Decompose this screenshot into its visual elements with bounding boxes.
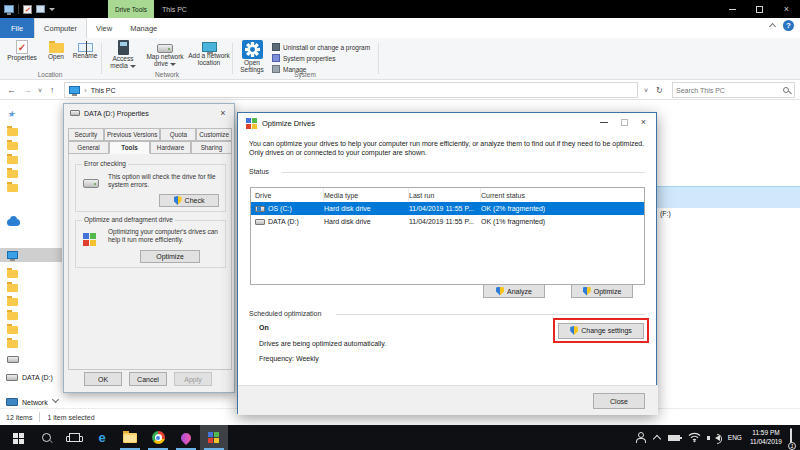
sidebar-item[interactable] [7, 140, 18, 152]
tab-computer[interactable]: Computer [34, 18, 87, 38]
qat-dropdown-icon[interactable] [49, 8, 55, 11]
taskbar-file-explorer[interactable] [116, 425, 144, 450]
open-settings-button[interactable]: Open Settings [236, 40, 268, 74]
show-hidden-icons-chevron[interactable] [653, 435, 661, 443]
tab-sharing[interactable]: Sharing [191, 141, 232, 154]
tab-quota[interactable]: Quota [160, 128, 196, 141]
collapse-chevron-icon[interactable] [52, 396, 59, 403]
sidebar-item[interactable] [7, 282, 18, 294]
tab-customize[interactable]: Customize [196, 128, 232, 141]
search-icon[interactable] [783, 87, 789, 93]
tab-security[interactable]: Security [68, 128, 104, 141]
change-settings-button[interactable]: Change settings [558, 323, 644, 339]
breadcrumb-this-pc[interactable]: This PC [91, 87, 116, 94]
sidebar-item-this-pc[interactable] [7, 249, 18, 261]
table-row-os-c[interactable]: OS (C:) Hard disk drive 11/04/2019 11:55… [251, 202, 644, 215]
column-current-status[interactable]: Current status [481, 188, 644, 202]
tab-view[interactable]: View [87, 18, 121, 38]
close-icon[interactable]: × [216, 106, 230, 120]
sidebar-item[interactable] [7, 338, 18, 350]
tab-previous-versions[interactable]: Previous Versions [104, 128, 161, 141]
taskbar-maps[interactable] [172, 425, 200, 450]
minimize-icon[interactable] [600, 122, 608, 123]
optimize-dialog-titlebar[interactable]: Optimize Drives [238, 113, 656, 133]
address-dropdown-icon[interactable]: ˅ [644, 80, 648, 100]
minimize-button[interactable] [719, 0, 746, 18]
back-icon[interactable]: ← [7, 80, 16, 100]
search-input[interactable] [673, 87, 783, 94]
divider [282, 172, 645, 173]
ribbon-tab-strip: File Computer View Manage [0, 18, 800, 38]
tab-hardware[interactable]: Hardware [150, 141, 191, 154]
file-selection-highlight[interactable] [657, 186, 800, 208]
column-last-run[interactable]: Last run [409, 188, 481, 202]
forward-icon[interactable]: → [23, 80, 32, 100]
rename-button[interactable]: Rename [70, 40, 100, 74]
sidebar-item[interactable] [7, 353, 19, 365]
refresh-icon[interactable]: ↻ [656, 80, 663, 100]
sidebar-item-onedrive[interactable] [7, 216, 20, 228]
ok-button[interactable]: OK [84, 372, 122, 386]
wifi-icon[interactable] [688, 429, 701, 447]
optimize-button[interactable]: Optimize [140, 250, 200, 263]
sidebar-item-data-drive[interactable]: DATA (D:) [6, 371, 53, 383]
sidebar-item-network[interactable]: Network [6, 396, 48, 408]
cancel-button[interactable]: Cancel [129, 372, 167, 386]
help-icon[interactable]: ? [783, 20, 794, 31]
sidebar-item[interactable] [7, 296, 18, 308]
recent-locations-icon[interactable]: ˅ [38, 80, 42, 100]
add-network-location-button[interactable]: Add a network location [188, 40, 230, 74]
language-indicator[interactable]: ENG [728, 434, 742, 441]
maximize-button[interactable] [746, 0, 773, 18]
sidebar-item[interactable] [7, 154, 18, 166]
uac-shield-icon [496, 287, 504, 296]
sidebar-item[interactable] [7, 182, 18, 194]
access-media-button[interactable]: Access media [104, 40, 142, 74]
column-drive[interactable]: Drive [251, 188, 324, 202]
task-view-button[interactable] [60, 425, 88, 450]
action-center-button[interactable]: 1 [790, 429, 792, 447]
people-icon[interactable] [635, 432, 646, 443]
taskbar-clock[interactable]: 11:59 PM 11/04/2019 [750, 429, 782, 445]
sidebar-item[interactable] [7, 126, 18, 138]
close-button[interactable]: Close [593, 393, 645, 409]
sidebar-item[interactable] [7, 324, 18, 336]
tab-general[interactable]: General [68, 141, 109, 154]
folder-icon [7, 340, 18, 348]
sidebar-item-quick-access[interactable]: ★ [7, 108, 15, 120]
close-button[interactable]: × [773, 0, 800, 18]
sidebar-item[interactable] [7, 310, 18, 322]
battery-icon[interactable] [668, 435, 680, 441]
check-button[interactable]: Check [159, 194, 219, 207]
analyze-button[interactable]: Analyze [483, 284, 545, 298]
taskbar-search-button[interactable] [32, 425, 60, 450]
tab-file[interactable]: File [0, 18, 34, 38]
up-icon[interactable]: ↑ [50, 80, 55, 100]
uninstall-program-button[interactable]: Uninstall or change a program [272, 42, 370, 52]
tab-tools[interactable]: Tools [109, 141, 150, 154]
sidebar-item[interactable] [7, 268, 18, 280]
qat-icon[interactable] [36, 5, 45, 13]
close-icon[interactable]: × [641, 118, 646, 127]
tab-manage[interactable]: Manage [121, 18, 166, 38]
partial-drive-label[interactable]: (F:) [660, 210, 671, 217]
collapse-ribbon-icon[interactable] [769, 23, 776, 30]
optimize-button[interactable]: Optimize [571, 284, 633, 298]
open-button[interactable]: Open [42, 40, 70, 74]
drive-tools-contextual-tab[interactable]: Drive Tools [108, 0, 154, 18]
properties-shortcut-icon[interactable]: ✓ [23, 5, 32, 14]
column-media-type[interactable]: Media type [324, 188, 409, 202]
table-row-data-d[interactable]: DATA (D:) Hard disk drive 11/04/2019 11:… [251, 215, 644, 228]
taskbar-edge[interactable]: e [88, 425, 116, 450]
sidebar-item[interactable] [7, 168, 18, 180]
map-network-drive-button[interactable]: Map network drive [142, 40, 188, 74]
properties-dialog-titlebar[interactable]: DATA (D:) Properties [64, 104, 234, 122]
taskbar-chrome[interactable] [144, 425, 172, 450]
properties-button[interactable]: ✓ Properties [4, 40, 40, 74]
system-properties-button[interactable]: System properties [272, 53, 335, 63]
taskbar-defrag-active[interactable] [200, 425, 228, 450]
volume-icon[interactable] [715, 435, 720, 441]
start-button[interactable] [4, 425, 32, 450]
explorer-titlebar[interactable]: ✓ Drive Tools This PC × [0, 0, 800, 18]
address-breadcrumb[interactable]: › This PC [64, 82, 638, 98]
